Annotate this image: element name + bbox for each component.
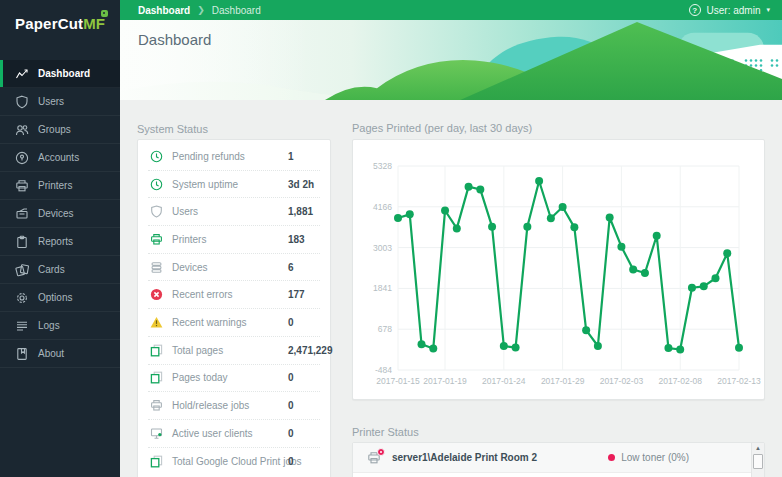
status-row-printers: Printers 183 [148,226,320,254]
error-circle-icon [150,288,163,301]
page-title: Dashboard [138,31,211,48]
lock-circle-icon [15,151,29,165]
dashboard-banner: Dashboard [120,20,782,100]
logo-brand-text: PaperCut [15,15,83,32]
shield-icon [150,205,163,218]
sidebar-item-users[interactable]: Users [0,88,120,116]
breadcrumb-current: Dashboard [212,5,261,16]
x-tick-label: 2017-02-08 [658,376,702,386]
chart-point [429,344,437,352]
scroll-up-arrow-icon[interactable]: ▲ [752,445,764,451]
clock-icon [150,178,163,191]
sidebar-item-logs[interactable]: Logs [0,312,120,340]
copier-icon [15,207,29,221]
chart-point [711,274,719,282]
y-tick-label: 5328 [373,161,392,171]
status-row-recent-errors: Recent errors 177 [148,281,320,309]
sidebar-item-label: Printers [38,180,72,191]
sidebar-item-cards[interactable]: Cards [0,256,120,284]
chart-point [664,344,672,352]
content-area: System Status Pending refunds 1 System u… [120,100,782,477]
logo-mark-icon [101,10,108,17]
sidebar-item-label: Logs [38,320,60,331]
clock-icon [150,150,163,163]
pages-printed-line-chart: 5328416630031841678-4842017-01-152017-01… [353,140,764,399]
line-chart-icon [15,67,29,81]
sidebar-item-accounts[interactable]: Accounts [0,144,120,172]
list-lines-icon [15,319,29,333]
banner-illustration [120,20,782,100]
sidebar-item-about[interactable]: About [0,340,120,368]
chart-point [641,269,649,277]
chart-point [582,326,590,334]
sidebar-item-reports[interactable]: Reports [0,228,120,256]
pages-printed-heading: Pages Printed (per day, last 30 days) [352,122,532,134]
pages-icon [150,371,163,384]
printer-name: server1\Adelaide Print Room 2 [392,452,537,463]
printer-alert-icon [367,451,382,465]
sidebar-item-options[interactable]: Options [0,284,120,312]
status-row-total-pages: Total pages 2,471,229 [148,337,320,365]
breadcrumb-root[interactable]: Dashboard [138,5,190,16]
sidebar-item-groups[interactable]: Groups [0,116,120,144]
help-icon[interactable]: ? [689,4,701,16]
clipboard-icon [15,235,29,249]
chart-point [453,224,461,232]
printer-row[interactable]: server1\Adelaide Print Room 2 Low toner … [353,443,751,473]
sidebar-item-printers[interactable]: Printers [0,172,120,200]
gear-icon [15,291,29,305]
chart-point [406,210,414,218]
chart-point [535,177,543,185]
breadcrumb-chevron-icon: ❯ [197,5,205,15]
chart-point [441,207,449,215]
chart-point [523,223,531,231]
x-tick-label: 2017-01-19 [423,376,467,386]
alert-badge [377,448,385,456]
printer-list-scrollbar[interactable]: ▲ [751,443,764,477]
chart-point [465,183,473,191]
y-tick-label: 4166 [373,202,392,212]
sidebar-item-label: Accounts [38,152,79,163]
user-label: User: admin [707,5,761,16]
y-tick-label: 678 [378,324,392,334]
sidebar-item-devices[interactable]: Devices [0,200,120,228]
scrollbar-thumb[interactable] [753,454,763,469]
bookmark-icon [15,347,29,361]
printer-icon [150,233,163,246]
chart-point [676,346,684,354]
chart-point [688,284,696,292]
sidebar-item-label: Devices [38,208,74,219]
chart-point [723,249,731,257]
x-tick-label: 2017-01-24 [482,376,526,386]
sidebar-item-label: Groups [38,124,71,135]
sidebar-item-label: Options [38,292,72,303]
x-tick-label: 2017-02-13 [717,376,761,386]
main-area: Dashboard ❯ Dashboard ? User: admin ▾ [120,0,782,477]
sidebar-nav: Dashboard Users Groups Accounts Printers… [0,60,120,368]
chart-point [653,232,661,240]
pages-printed-card: 5328416630031841678-4842017-01-152017-01… [352,139,765,400]
user-menu[interactable]: ? User: admin ▾ [689,4,770,16]
status-row-pages-today: Pages today 0 [148,365,320,393]
status-row-active-user-clients: Active user clients 0 [148,420,320,448]
chart-point [617,243,625,251]
status-row-hold-release-jobs: Hold/release jobs 0 [148,392,320,420]
status-row-google-cloud-print-jobs: Total Google Cloud Print jobs 0 [148,448,320,476]
sidebar-item-dashboard[interactable]: Dashboard [0,60,120,88]
warning-triangle-icon [150,316,163,329]
sidebar-item-label: Reports [38,236,73,247]
sidebar-item-label: Dashboard [38,68,90,79]
printer-status-heading: Printer Status [352,426,419,438]
stack-icon [150,261,163,274]
chart-point [606,214,614,222]
people-icon [15,123,29,137]
printer-state: Low toner (0%) [608,452,689,463]
status-row-recent-warnings: Recent warnings 0 [148,309,320,337]
chart-point [512,344,520,352]
sidebar-item-label: About [38,348,64,359]
chart-point [700,282,708,290]
papercut-logo: PaperCutMF [0,0,120,58]
chart-point [476,185,484,193]
shield-icon [15,95,29,109]
chart-point [594,342,602,350]
